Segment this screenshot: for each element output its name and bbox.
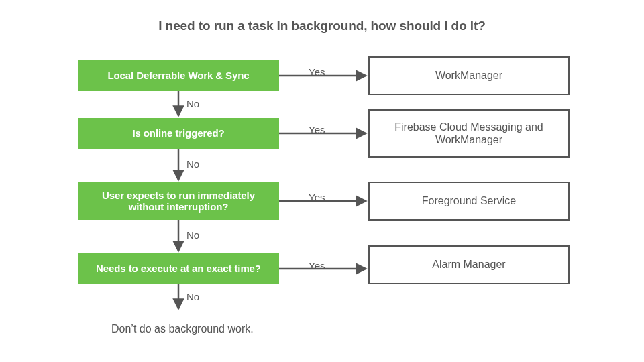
- result-box-3: Foreground Service: [368, 182, 570, 221]
- edge-label-yes-4: Yes: [309, 260, 325, 272]
- edge-label-yes-1: Yes: [309, 66, 325, 78]
- edge-label-no-4: No: [186, 291, 199, 302]
- question-box-4: Needs to execute at an exact time?: [78, 253, 279, 284]
- diagram-title: I need to run a task in background, how …: [0, 19, 644, 34]
- question-box-1: Local Deferrable Work & Sync: [78, 60, 279, 91]
- edge-label-no-2: No: [186, 158, 199, 170]
- edge-label-yes-2: Yes: [309, 124, 325, 135]
- question-box-3: User expects to run immediately without …: [78, 182, 279, 220]
- result-box-4: Alarm Manager: [368, 245, 570, 284]
- edge-label-no-3: No: [186, 229, 199, 241]
- edge-label-no-1: No: [186, 98, 199, 109]
- flowchart: I need to run a task in background, how …: [0, 0, 644, 362]
- arrows-layer: [0, 0, 644, 362]
- edge-label-yes-3: Yes: [309, 192, 325, 203]
- question-box-2: Is online triggered?: [78, 118, 279, 149]
- result-box-1: WorkManager: [368, 56, 570, 95]
- footnote-text: Don’t do as background work.: [111, 323, 254, 335]
- result-box-2: Firebase Cloud Messaging and WorkManager: [368, 109, 570, 158]
